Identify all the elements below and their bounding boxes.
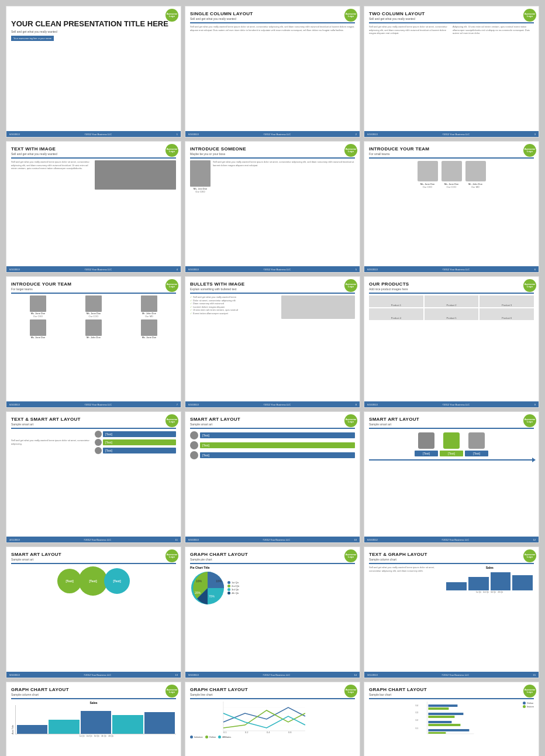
slide-grid: AwesomeLogo YOUR CLEAN PRESENTATION TITL… (6, 6, 539, 756)
person-card-7-4: Ms. Jane Doe (11, 319, 65, 339)
pie-svg: 10% 10% 20% 70% (190, 571, 225, 606)
svg-rect-20 (428, 716, 454, 718)
slide-2-footer: 6/10/2013 ©2012 Your Business LLC 2 (185, 131, 360, 137)
slide-1-title: YOUR CLEAN PRESENTATION TITLE HERE (11, 20, 176, 28)
slide-7[interactable]: AwesomeLogo INTRODUCE YOUR TEAM For larg… (6, 276, 181, 408)
slide-9[interactable]: AwesomeLogo OUR PRODUCTS Add nice produc… (364, 276, 539, 408)
slide-1-subtitle: Sell and get what you really wanted (11, 30, 176, 33)
smartart-icon-11-3 (190, 451, 198, 459)
slide-9-footer: 6/10/2013 ©2012 Your Business LLC 9 (364, 401, 539, 407)
bar-15-3 (491, 572, 511, 591)
divider-9 (369, 293, 534, 294)
logo-4: AwesomeLogo (165, 144, 178, 157)
col-bar-3 (81, 711, 111, 734)
legend-line-1 (190, 736, 193, 738)
slide-3[interactable]: AwesomeLogo TWO COLUMN LAYOUT Sell and g… (364, 6, 539, 138)
logo-9: AwesomeLogo (523, 279, 536, 292)
slide-10-footer: 4/11/2013 ©2012 Your Business LLC 11 (6, 537, 181, 542)
svg-text:10%: 10% (196, 579, 202, 583)
slide-17[interactable]: AwesomeLogo GRAPH CHART LAYOUT Sample li… (185, 682, 360, 756)
smartart-icon-3 (95, 447, 102, 454)
slide-12[interactable]: AwesomeLogo SMART ART LAYOUT Sample smar… (364, 411, 539, 543)
slide-18[interactable]: AwesomeLogo GRAPH CHART LAYOUT Sample ba… (364, 682, 539, 756)
person-photo-7-2 (85, 295, 102, 312)
legend-dot-3 (227, 588, 230, 591)
slide-1-tagline: Your awesome tag line or your name (11, 36, 54, 41)
logo-2: AwesomeLogo (344, 9, 357, 22)
svg-text:0.4: 0.4 (267, 731, 270, 734)
svg-text:0.4: 0.4 (415, 705, 418, 707)
logo-14: AwesomeLogo (344, 549, 357, 562)
legend-line-2 (205, 736, 208, 738)
divider-5 (190, 157, 355, 159)
product-6: Product 6 (480, 308, 534, 320)
smartart-icon-11-2 (190, 441, 198, 449)
slide-8-footer: 6/10/2013 ©2012 Your Business LLC 8 (185, 401, 360, 407)
person-card-7-2: Ms. Jane Doe Our COO (67, 295, 120, 318)
person-photo-7-5 (85, 319, 102, 336)
bar-legend-18: Online Instore (523, 702, 534, 709)
slide-4-footer: 6/10/2013 ©2012 Your Business LLC 4 (6, 266, 181, 272)
product-3: Product 3 (480, 295, 534, 307)
divider-8 (190, 293, 355, 294)
svg-text:70%: 70% (209, 595, 215, 598)
slide-14[interactable]: AwesomeLogo GRAPH CHART LAYOUT Sample pi… (185, 547, 360, 678)
slide-11[interactable]: AwesomeLogo SMART ART LAYOUT Sample smar… (185, 411, 360, 543)
slide-12-footer: 6/10/2012 ©2012 Your Business LLC 12 (364, 537, 539, 542)
person-card-7-5: Mr. John Doe (67, 319, 120, 339)
divider-14 (190, 563, 355, 564)
slide-4[interactable]: AwesomeLogo TEXT WITH IMAGE Sell and get… (6, 141, 181, 273)
person-card-6-1: Ms. Jane Doe Our CEO (418, 161, 438, 188)
slide-6[interactable]: AwesomeLogo INTRODUCE YOUR TEAM For smal… (364, 141, 539, 273)
image-placeholder-8 (281, 295, 355, 319)
smartart-icon-1 (95, 431, 102, 438)
product-1: Product 1 (369, 295, 423, 307)
divider-7 (11, 293, 176, 294)
slide-1-footer: 6/10/2013 ©2012 Your Business LLC 1 (6, 131, 181, 137)
slide-8[interactable]: AwesomeLogo BULLETS WITH IMAGE Explain s… (185, 276, 360, 408)
svg-text:20%: 20% (195, 591, 201, 595)
slide-2[interactable]: AwesomeLogo SINGLE COLUMN LAYOUT Sell an… (185, 6, 360, 138)
person-photo-6-2 (441, 161, 462, 181)
slide-13[interactable]: AwesomeLogo SMART ART LAYOUT Sample smar… (6, 547, 181, 678)
slide-7-footer: 6/10/2013 ©2012 Your Business LLC 7 (6, 401, 181, 407)
slide-5[interactable]: AwesomeLogo INTRODUCE SOMEONE Maybe be y… (185, 141, 360, 273)
col-bar-4 (112, 715, 143, 734)
person-photo-7-4 (30, 319, 46, 336)
line-chart-17: 0.1 0.2 0.4 0.8 (190, 702, 355, 734)
slide-16[interactable]: AwesomeLogo GRAPH CHART LAYOUT Sample co… (6, 682, 181, 756)
legend-dot-4 (227, 592, 230, 595)
svg-rect-19 (428, 713, 463, 715)
person-title-5: Our CEO (195, 190, 205, 193)
slide-1[interactable]: AwesomeLogo YOUR CLEAN PRESENTATION TITL… (6, 6, 181, 138)
legend-line-3 (218, 736, 221, 738)
logo-6: AwesomeLogo (523, 144, 536, 157)
person-photo-7-3 (141, 295, 157, 312)
circle-13-3: [Text] (104, 568, 130, 594)
logo-15: AwesomeLogo (523, 549, 536, 562)
slide-11-footer: 6/10/2013 ©2012 Your Business LLC 10 (185, 537, 360, 542)
two-col-3: Sell and get what you really wanted lore… (369, 25, 534, 35)
slide-15[interactable]: AwesomeLogo TEXT & GRAPH LAYOUT Sample c… (364, 547, 539, 678)
bar-15-2 (468, 577, 489, 590)
person-card-7-6: Ms. Jane Doe (122, 319, 176, 339)
logo-7: AwesomeLogo (165, 279, 178, 292)
slide-6-footer: 6/20/2013 ©2012 Your Business LLC 6 (364, 266, 539, 272)
column-chart-16: Axis Title (11, 705, 176, 734)
svg-rect-17 (428, 705, 457, 707)
smartart-icon-2 (95, 439, 102, 446)
person-card-7-1: Ms. Jane Doe Our CEO (11, 295, 65, 318)
person-card-6-2: Ms. Jane Doe Our COO (441, 161, 462, 188)
divider-18 (369, 698, 534, 699)
slide-5-footer: 6/10/2013 ©2012 Your Business LLC 5 (185, 266, 360, 272)
col-bar-5 (144, 712, 175, 734)
logo-18: AwesomeLogo (523, 685, 536, 697)
pie-chart-14: 10% 10% 20% 70% 1st Qtr 2nd Qtr 3rd Qtr (190, 571, 355, 606)
person-photo-7-6 (141, 319, 157, 336)
logo-3: AwesomeLogo (523, 9, 536, 22)
person-photo-7-1 (30, 295, 46, 312)
product-2: Product 2 (425, 295, 479, 307)
slide-10[interactable]: AwesomeLogo TEXT & SMART ART LAYOUT Samp… (6, 411, 181, 543)
svg-text:0.8: 0.8 (288, 731, 292, 734)
bar-chart-15 (445, 570, 534, 590)
